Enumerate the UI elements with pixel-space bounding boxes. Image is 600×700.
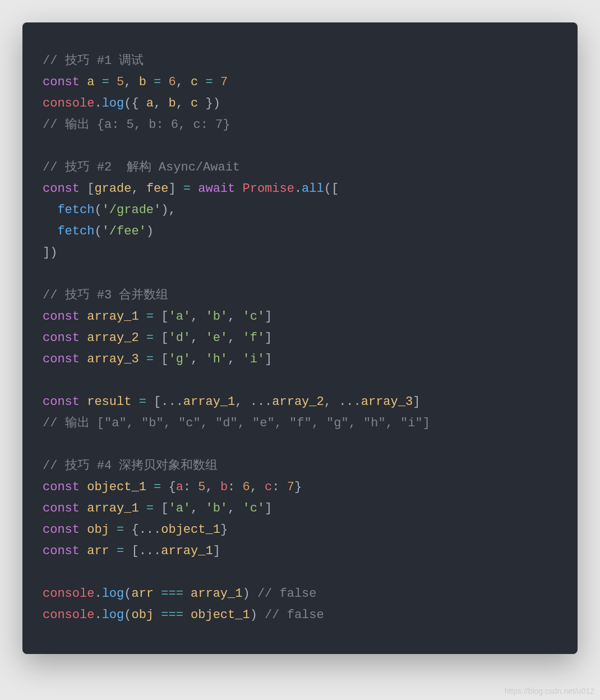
op-eqeqeq: ===: [154, 608, 191, 622]
spread: ...: [139, 523, 161, 537]
page: // 技巧 #1 调试 const a = 5, b = 6, c = 7 co…: [0, 0, 600, 700]
rparen: ): [213, 96, 220, 110]
comma: ,: [191, 331, 205, 345]
str-f: 'f': [242, 331, 265, 345]
num-6: 6: [168, 75, 176, 89]
colon: :: [183, 480, 198, 494]
space: [235, 182, 242, 196]
str-h: 'h': [205, 352, 228, 366]
rbracket: ]: [168, 182, 176, 196]
kw-const: const: [43, 310, 80, 324]
space: [80, 501, 87, 515]
op-eq: =: [94, 75, 117, 89]
indent: [43, 203, 57, 217]
comment-false: // false: [250, 587, 317, 601]
space: [80, 395, 87, 409]
op-eq: =: [176, 182, 199, 196]
var-array1: array_1: [191, 587, 242, 601]
method-log: log: [102, 608, 124, 622]
comma: ,: [168, 203, 176, 217]
code-snippet-card: // 技巧 #1 调试 const a = 5, b = 6, c = 7 co…: [22, 22, 578, 654]
var-object1: object_1: [191, 608, 250, 622]
space: [80, 310, 87, 324]
kw-const: const: [43, 331, 80, 345]
dot: .: [94, 587, 101, 601]
spread: ...: [339, 395, 361, 409]
lbracket: [: [131, 544, 139, 558]
lbrace2: {: [168, 480, 176, 494]
lbracket: [: [161, 310, 168, 324]
lbracket: [: [87, 182, 94, 196]
comment-tip1: // 技巧 #1 调试: [43, 54, 144, 68]
op-eq: =: [146, 480, 169, 494]
str-c: 'c': [242, 501, 265, 515]
space: [80, 182, 87, 196]
rparen: ): [242, 587, 250, 601]
lbrace2: {: [131, 523, 139, 537]
var-b: b: [168, 96, 176, 110]
lbracket: [: [331, 182, 339, 196]
num-7: 7: [287, 480, 294, 494]
space: [80, 352, 87, 366]
op-eq: =: [109, 544, 132, 558]
fn-fetch: fetch: [57, 203, 94, 217]
spread: ...: [139, 544, 161, 558]
obj-console: console: [43, 96, 94, 110]
dot: .: [94, 608, 101, 622]
lparen: (: [124, 587, 131, 601]
rparen: ): [250, 608, 257, 622]
rbrace2: }: [220, 523, 228, 537]
lparen: (: [94, 224, 101, 238]
rbracket: ]: [265, 331, 272, 345]
var-object1: object_1: [87, 480, 146, 494]
space: [80, 523, 87, 537]
indent: [43, 224, 57, 238]
var-a: a: [87, 75, 94, 89]
var-array1b: array_1: [87, 501, 139, 515]
lbracket: [: [161, 331, 168, 345]
var-array1: array_1: [87, 310, 139, 324]
comment-tip4: // 技巧 #4 深拷贝对象和数组: [43, 459, 218, 473]
space: [80, 480, 87, 494]
lbrace: {: [131, 96, 146, 110]
op-eq: =: [139, 352, 161, 366]
var-array2: array_2: [272, 395, 324, 409]
str-g: 'g': [168, 352, 191, 366]
op-eq: =: [146, 75, 169, 89]
kw-const: const: [43, 395, 80, 409]
lparen: (: [324, 182, 331, 196]
str-a: 'a': [168, 501, 191, 515]
obj-promise: Promise: [242, 182, 294, 196]
var-array3: array_3: [87, 352, 139, 366]
space: [80, 544, 87, 558]
key-b: b: [220, 480, 228, 494]
var-array1: array_1: [183, 395, 235, 409]
num-5: 5: [117, 75, 124, 89]
lparen: (: [124, 96, 131, 110]
space: [80, 75, 87, 89]
var-arr: arr: [87, 544, 109, 558]
comma: ,: [228, 352, 242, 366]
str-grade: '/grade': [102, 203, 161, 217]
kw-const: const: [43, 501, 80, 515]
spread: ...: [250, 395, 273, 409]
comma: ,: [205, 480, 220, 494]
rbracket: ]: [413, 395, 420, 409]
kw-const: const: [43, 352, 80, 366]
var-array2: array_2: [87, 331, 139, 345]
comment-output1: // 输出 {a: 5, b: 6, c: 7}: [43, 118, 230, 132]
comment-tip3: // 技巧 #3 合并数组: [43, 288, 168, 302]
colon: :: [272, 480, 287, 494]
lbracket: [: [154, 395, 161, 409]
comma: ,: [176, 96, 191, 110]
method-log: log: [102, 96, 124, 110]
comma: ,: [228, 331, 242, 345]
str-e: 'e': [205, 331, 228, 345]
kw-const: const: [43, 544, 80, 558]
comma: ,: [324, 395, 339, 409]
var-c: c: [191, 75, 198, 89]
rbrace2: }: [294, 480, 302, 494]
close-brackets: ]): [43, 246, 57, 260]
kw-const: const: [43, 480, 80, 494]
op-eq: =: [131, 395, 154, 409]
